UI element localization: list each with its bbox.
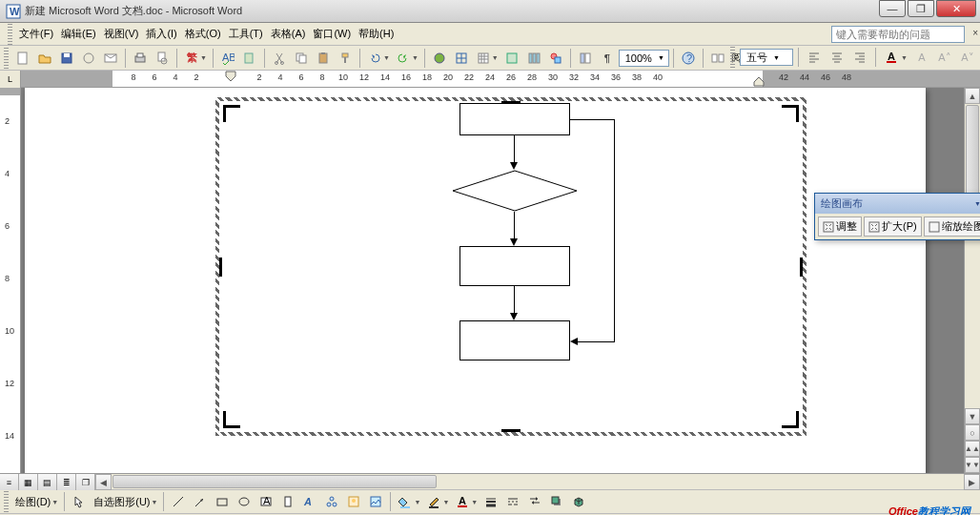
drawing-icon[interactable] [545, 48, 566, 69]
outline-view-button[interactable]: ≣ [57, 474, 76, 490]
dropdown-icon[interactable]: ▼ [383, 54, 392, 61]
dash-style-icon[interactable] [502, 491, 523, 512]
menu-window[interactable]: 窗口(W) [309, 25, 355, 43]
spelling-icon[interactable]: ABC [217, 48, 238, 69]
excel-icon[interactable] [501, 48, 522, 69]
expand-button[interactable]: 扩大(P) [864, 216, 922, 237]
toolbar-grip[interactable] [4, 491, 9, 512]
menu-format[interactable]: 格式(O) [181, 25, 225, 43]
align-center-icon[interactable] [827, 47, 847, 68]
open-icon[interactable] [34, 48, 55, 69]
format-painter-icon[interactable] [335, 48, 356, 69]
vertical-ruler[interactable]: 2 4 6 8 10 12 14 [0, 88, 21, 473]
tables-borders-icon[interactable] [451, 48, 472, 69]
paste-icon[interactable] [313, 48, 334, 69]
undo-icon[interactable] [364, 48, 385, 69]
wordart-icon[interactable]: A [299, 491, 320, 512]
help-search-input[interactable] [831, 26, 965, 43]
align-left-icon[interactable] [804, 47, 825, 68]
insert-table-icon[interactable] [473, 48, 494, 69]
diagram-icon[interactable] [321, 491, 342, 512]
research-icon[interactable] [239, 48, 260, 69]
drawing-canvas-toolbar[interactable]: 绘图画布▼ 调整 扩大(P) 缩放绘图 [814, 193, 980, 240]
copy-icon[interactable] [291, 48, 312, 69]
dropdown-icon[interactable]: ▼ [471, 499, 480, 505]
reading-view-button[interactable]: ❐ [76, 474, 95, 490]
scroll-down-button[interactable]: ▼ [965, 408, 980, 424]
doc-map-icon[interactable] [575, 48, 596, 69]
help-icon[interactable]: ? [678, 48, 699, 69]
scroll-thumb[interactable] [112, 475, 437, 488]
email-icon[interactable] [100, 48, 121, 69]
menu-edit[interactable]: 编辑(E) [57, 25, 100, 43]
print-layout-view-button[interactable]: ▤ [38, 474, 57, 490]
oval-icon[interactable] [234, 491, 255, 512]
maximize-button[interactable]: ❐ [908, 0, 934, 17]
scroll-left-button[interactable]: ◀ [95, 474, 112, 490]
autoshapes-menu[interactable]: 自选图形(U) [91, 495, 153, 509]
insert-picture-icon[interactable] [365, 491, 386, 512]
scroll-up-button[interactable]: ▲ [965, 88, 980, 104]
char-scaling-icon[interactable]: A [911, 47, 932, 68]
scroll-thumb[interactable] [966, 105, 979, 207]
line-style-icon[interactable] [480, 491, 501, 512]
crop-handle[interactable] [223, 105, 240, 122]
font-color-draw-icon[interactable]: A [452, 491, 473, 512]
align-right-icon[interactable] [849, 47, 870, 68]
menu-insert[interactable]: 插入(I) [142, 25, 180, 43]
line-icon[interactable] [168, 491, 189, 512]
vertical-scrollbar[interactable]: ▲ ▼ ○ ▲▲ ▼▼ [964, 88, 980, 473]
clipart-icon[interactable] [343, 491, 364, 512]
vertical-textbox-icon[interactable] [277, 491, 298, 512]
shrink-font-icon[interactable]: A˅ [957, 47, 978, 68]
dropdown-icon[interactable]: ▼ [492, 54, 500, 61]
close-button[interactable]: ✕ [936, 0, 976, 17]
font-color-icon[interactable]: A [881, 47, 902, 68]
crop-handle[interactable] [223, 411, 240, 428]
dropdown-icon[interactable]: ▼ [442, 499, 451, 505]
normal-view-button[interactable]: ≡ [0, 474, 19, 490]
shadow-icon[interactable] [546, 491, 567, 512]
arrow-style-icon[interactable] [524, 491, 545, 512]
new-doc-icon[interactable] [12, 48, 33, 69]
horizontal-scrollbar[interactable]: ◀ ▶ [95, 474, 980, 489]
rectangle-icon[interactable] [212, 491, 233, 512]
arrow-icon[interactable] [190, 491, 211, 512]
crop-handle[interactable] [782, 411, 799, 428]
flowchart-process-box[interactable] [459, 246, 570, 286]
3d-icon[interactable] [568, 491, 589, 512]
minimize-button[interactable]: — [879, 0, 906, 17]
toolbar-grip[interactable] [8, 24, 12, 45]
prev-page-button[interactable]: ▲▲ [965, 441, 980, 457]
save-icon[interactable] [56, 48, 77, 69]
read-mode-icon[interactable] [707, 48, 728, 69]
drawing-canvas[interactable] [215, 97, 806, 436]
menu-view[interactable]: 视图(V) [100, 25, 143, 43]
menu-close-icon[interactable]: × [972, 28, 978, 38]
ruler-corner[interactable]: L [0, 71, 21, 88]
dropdown-icon[interactable]: ▼ [901, 54, 909, 61]
dropdown-icon[interactable]: ▼ [51, 499, 60, 505]
dropdown-icon[interactable]: ▼ [152, 499, 160, 505]
zoom-combo[interactable]: 100%▼ [619, 50, 669, 67]
scale-drawing-button[interactable]: 缩放绘图 [924, 216, 980, 237]
flowchart-process-box[interactable] [459, 320, 570, 360]
toolbar-grip[interactable] [4, 48, 9, 69]
next-page-button[interactable]: ▼▼ [965, 457, 980, 473]
print-preview-icon[interactable] [152, 48, 173, 69]
flowchart-decision-diamond[interactable] [452, 170, 578, 212]
resize-handle[interactable] [219, 258, 222, 277]
browse-object-button[interactable]: ○ [965, 424, 980, 441]
grow-font-icon[interactable]: A˄ [934, 47, 955, 68]
resize-handle[interactable] [501, 429, 521, 432]
fit-button[interactable]: 调整 [818, 216, 862, 237]
dropdown-icon[interactable]: ▼ [414, 499, 422, 505]
font-size-combo[interactable]: 五号▼ [740, 49, 793, 66]
float-toolbar-title[interactable]: 绘图画布▼ [815, 194, 980, 214]
traditional-simplified-icon[interactable]: 繁 [181, 48, 202, 69]
select-objects-icon[interactable] [69, 491, 90, 512]
indent-marker-icon[interactable] [225, 71, 236, 87]
dropdown-icon[interactable]: ▼ [412, 54, 420, 61]
document-page[interactable] [25, 88, 926, 473]
cut-icon[interactable] [269, 48, 290, 69]
